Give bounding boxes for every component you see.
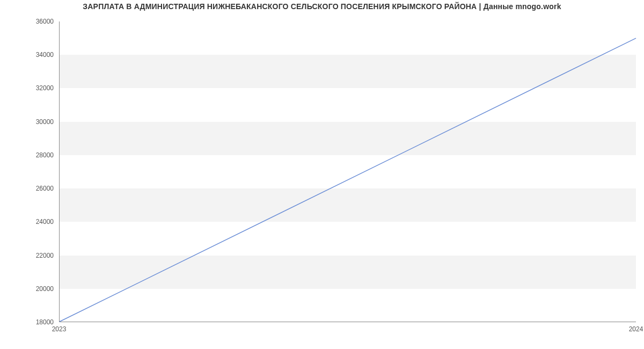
y-tick-label: 32000 xyxy=(21,84,54,92)
line-layer xyxy=(60,21,636,322)
y-tick-label: 22000 xyxy=(21,252,54,259)
y-tick-label: 36000 xyxy=(21,18,54,25)
y-tick-label: 26000 xyxy=(21,185,54,192)
chart-container: ЗАРПЛАТА В АДМИНИСТРАЦИЯ НИЖНЕБАКАНСКОГО… xyxy=(0,0,644,349)
chart-title: ЗАРПЛАТА В АДМИНИСТРАЦИЯ НИЖНЕБАКАНСКОГО… xyxy=(0,2,644,11)
y-tick-label: 30000 xyxy=(21,118,54,126)
y-tick-label: 34000 xyxy=(21,51,54,59)
y-tick-label: 28000 xyxy=(21,151,54,159)
y-tick-label: 24000 xyxy=(21,218,54,226)
y-tick-label: 18000 xyxy=(21,318,54,326)
x-tick-label: 2023 xyxy=(52,325,67,333)
series-line xyxy=(60,38,636,322)
plot-area xyxy=(59,21,636,322)
x-tick-label: 2024 xyxy=(629,325,643,333)
y-tick-label: 20000 xyxy=(21,285,54,293)
